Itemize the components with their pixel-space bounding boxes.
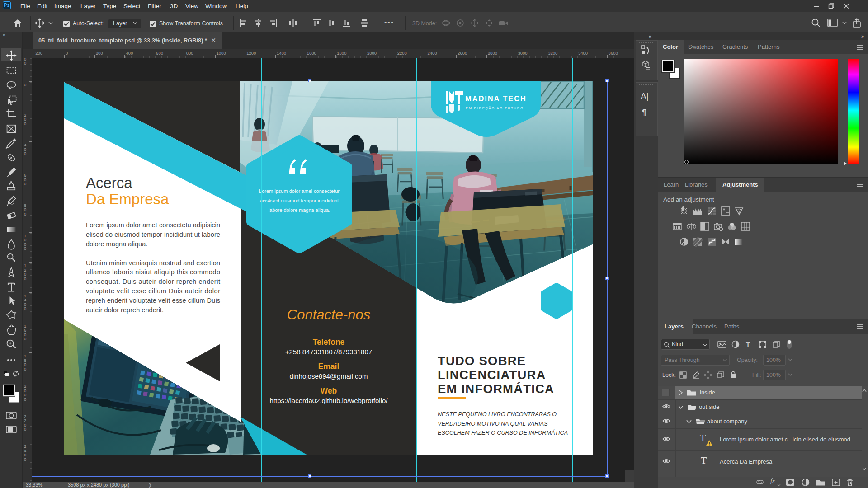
svg-text:Email: Email xyxy=(318,362,340,371)
svg-text:dinhojose894@gmail.com: dinhojose894@gmail.com xyxy=(290,372,368,380)
svg-text:Lorem ipsum dolor amet consect: Lorem ipsum dolor amet consectetu adipis… xyxy=(86,221,220,229)
svg-text:EM INFORMÁTICA: EM INFORMÁTICA xyxy=(438,382,554,396)
svg-text:Telefone: Telefone xyxy=(313,338,345,347)
svg-text:voluptate velit esse cillum Du: voluptate velit esse cillum Duis auteir … xyxy=(86,287,220,295)
svg-text:LINCENCIATURA: LINCENCIATURA xyxy=(438,368,546,382)
svg-text:dolore magna aliqua.: dolore magna aliqua. xyxy=(86,240,147,248)
svg-text:ullamco laboris nisiut aliquip: ullamco laboris nisiut aliquip this comm… xyxy=(86,268,220,276)
svg-text:Da Empresa: Da Empresa xyxy=(86,191,169,207)
svg-text:Acerca: Acerca xyxy=(86,174,132,191)
svg-text:Lorem ipsum dolor amei consect: Lorem ipsum dolor amei consectetur xyxy=(259,188,340,194)
svg-text:+258 847331807/879331807: +258 847331807/879331807 xyxy=(285,348,372,356)
svg-text:https://lacerda02.github.io/we: https://lacerda02.github.io/webprotfolio… xyxy=(270,397,388,404)
svg-text:auteir dolor repreh enderit.: auteir dolor repreh enderit. xyxy=(86,306,164,314)
svg-text:repreh enderit voluptate velit: repreh enderit voluptate velit esse cill… xyxy=(86,297,220,304)
svg-text:ESCOLHEM FAZER O CURSO DE INFO: ESCOLHEM FAZER O CURSO DE INFORMÁTICA xyxy=(438,429,568,436)
svg-text:Contacte-nos: Contacte-nos xyxy=(287,307,370,323)
svg-text:labore dolore magna aliqua.: labore dolore magna aliqua. xyxy=(269,207,330,213)
svg-text:consequat. Duis auteir dolor r: consequat. Duis auteir dolor repreh ende… xyxy=(86,278,220,285)
svg-text:NESTE PEQUENO LIVRO ENCONTRARA: NESTE PEQUENO LIVRO ENCONTRARAS O xyxy=(438,411,557,418)
svg-text:VERDADEIRO MOTIVO NA QUAL VARI: VERDADEIRO MOTIVO NA QUAL VARIAS xyxy=(438,421,548,427)
svg-text:Web: Web xyxy=(321,386,337,395)
svg-text:TUDO SOBRE: TUDO SOBRE xyxy=(438,354,526,368)
svg-text:EM DIREÇÃO AO FUTURO: EM DIREÇÃO AO FUTURO xyxy=(466,106,524,110)
svg-text:acisksed eiusmod tempor incid: acisksed eiusmod tempor incididunt xyxy=(260,198,339,203)
svg-text:MADINA TECH: MADINA TECH xyxy=(465,94,527,103)
svg-text:Utenim minim veniaquis nostrud: Utenim minim veniaquis nostrud and exert… xyxy=(86,259,220,267)
svg-text:elised do eiusmod tempor incid: elised do eiusmod tempor incididunt ut l… xyxy=(86,231,220,238)
